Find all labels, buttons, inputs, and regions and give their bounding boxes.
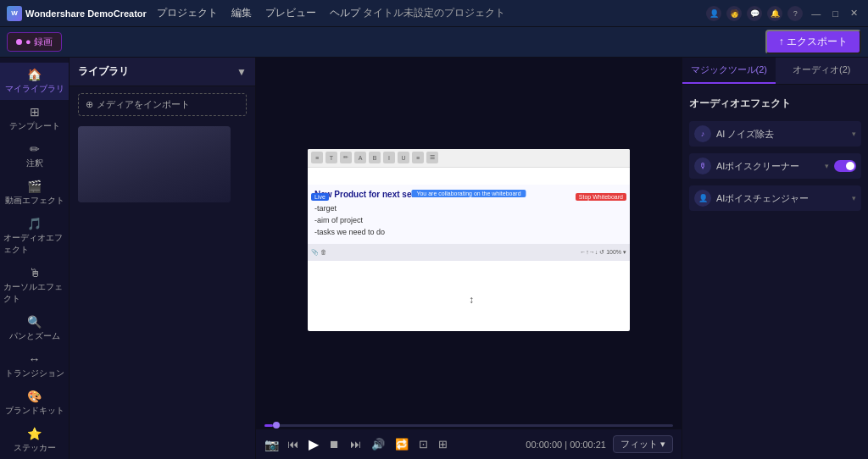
import-label: メディアをインポート <box>97 98 190 111</box>
menu-bar: プロジェクト 編集 プレビュー ヘルプ <box>157 6 360 20</box>
time-total: 00:00:21 <box>570 440 606 450</box>
sidebar-label-my-library: マイライブラリ <box>5 83 64 95</box>
filter-icon[interactable]: ▼ <box>236 66 247 78</box>
app-name: Wondershare DemoCreator <box>25 8 147 19</box>
loop-button[interactable]: 🔁 <box>393 436 410 452</box>
canvas-tb-icon-4: A <box>354 152 366 163</box>
window-title: タイトル未設定のプロジェクト <box>363 6 505 20</box>
snapshot-icon[interactable]: 📷 <box>264 438 279 451</box>
app-logo: W Wondershare DemoCreator <box>7 6 147 21</box>
menu-help[interactable]: ヘルプ <box>330 6 360 20</box>
effects-section-title: オーディオエフェクト <box>689 93 861 114</box>
right-tabs: マジックツール(2) オーディオ(2) <box>682 58 868 85</box>
library-title: ライブラリ <box>78 64 129 79</box>
cursor-indicator: ↕ <box>469 294 479 306</box>
sidebar-label-pan-zoom: パンとズーム <box>9 330 60 342</box>
import-media-button[interactable]: ⊕ メディアをインポート <box>78 93 247 116</box>
sidebar-item-cursor-effect[interactable]: 🖱 カーソルエフェクト <box>0 261 69 310</box>
canvas-bar-info: ←↑→↓ ↺ 100% ▾ <box>580 249 626 256</box>
skip-forward-button[interactable]: ⏭ <box>348 436 363 452</box>
preview-timeline-slider[interactable] <box>264 424 673 427</box>
sidebar-item-pan-zoom[interactable]: 🔍 パンとズーム <box>0 310 69 347</box>
live-tag: Live <box>311 193 329 201</box>
media-thumbnail <box>78 126 231 202</box>
preview-canvas: ≡ T ✏ A B I U ≡ ☰ You are collaborating … <box>308 149 630 331</box>
sidebar-label-template: テンプレート <box>9 120 60 132</box>
logo-icon: W <box>7 6 22 21</box>
tab-magic-tools[interactable]: マジックツール(2) <box>682 58 776 84</box>
rec-dot <box>16 39 22 45</box>
ai-voice-cleaner-row[interactable]: 🎙 AIボイスクリーナー ▾ <box>689 153 861 179</box>
annotation-icon: ✏ <box>30 142 40 156</box>
canvas-tb-icon-7: U <box>398 152 409 163</box>
minimize-button[interactable]: — <box>808 8 824 19</box>
chat-icon[interactable]: 💬 <box>747 6 762 21</box>
export-label: ↑ エクスポート <box>779 35 848 49</box>
user-icon[interactable]: 👤 <box>706 6 721 21</box>
sidebar-label-video-effect: 動画エフェクト <box>5 195 64 207</box>
pan-zoom-icon: 🔍 <box>27 315 42 329</box>
video-effect-icon: 🎬 <box>27 180 42 193</box>
ai-noise-remove-row[interactable]: ♪ AI ノイズ除去 ▾ <box>689 121 861 147</box>
canvas-tb-icon-1: ≡ <box>311 152 323 163</box>
help-icon[interactable]: ? <box>787 6 803 21</box>
ai-voice-cleaner-label: AIボイスクリーナー <box>716 160 820 173</box>
close-button[interactable]: ✕ <box>847 8 861 19</box>
canvas-bar-icon-1: 📎 <box>311 249 319 256</box>
sidebar-label-annotation: 注釈 <box>26 158 43 169</box>
timeline-thumb <box>273 422 280 429</box>
stop-button[interactable]: ⏹ <box>327 436 342 452</box>
canvas-bottom-bar: 📎 🗑 ←↑→↓ ↺ 100% ▾ <box>308 244 630 261</box>
menu-edit[interactable]: 編集 <box>231 6 252 20</box>
avatar-icon[interactable]: 🧑 <box>726 6 742 21</box>
ai-noise-remove-label: AI ノイズ除去 <box>716 128 847 141</box>
library-header: ライブラリ ▼ <box>70 58 255 86</box>
left-sidebar: 🏠 マイライブラリ ⊞ テンプレート ✏ 注釈 🎬 動画エフェクト 🎵 オーディ… <box>0 58 70 459</box>
ai-voice-changer-label: AIボイスチェンジャー <box>716 192 847 205</box>
preview-controls: 📷 ⏮ ▶ ⏹ ⏭ 🔊 🔁 ⊡ ⊞ 00:00:00 | 00:00:21 フィ… <box>256 429 682 459</box>
time-current: 00:00:00 <box>526 440 562 450</box>
play-button[interactable]: ▶ <box>307 434 320 454</box>
ai-voice-cleaner-icon: 🎙 <box>694 158 711 174</box>
ai-noise-remove-icon: ♪ <box>694 125 711 142</box>
right-panel-content: オーディオエフェクト ♪ AI ノイズ除去 ▾ 🎙 AIボイスクリーナー ▾ 👤… <box>682 85 868 219</box>
tab-audio[interactable]: オーディオ(2) <box>776 58 869 84</box>
sidebar-label-cursor-effect: カーソルエフェクト <box>3 281 65 305</box>
sidebar-item-my-library[interactable]: 🏠 マイライブラリ <box>0 63 69 100</box>
import-icon: ⊕ <box>86 99 93 110</box>
brand-kit-icon: 🎨 <box>27 390 42 403</box>
canvas-list-item-1: -target <box>314 202 623 214</box>
fit-chevron-icon: ▾ <box>660 439 665 450</box>
volume-button[interactable]: 🔊 <box>370 436 387 452</box>
canvas-list-item-3: -tasks we need to do <box>314 226 623 238</box>
sidebar-item-brand-kit[interactable]: 🎨 ブランドキット <box>0 384 69 422</box>
ai-voice-cleaner-toggle[interactable] <box>834 160 856 172</box>
preview-scrubber-row <box>256 422 682 429</box>
crop-button[interactable]: ⊡ <box>417 436 430 452</box>
record-label: ● 録画 <box>25 36 53 48</box>
fullscreen-button[interactable]: ⊞ <box>437 436 449 452</box>
sidebar-item-sticker[interactable]: ⭐ ステッカー <box>0 422 69 459</box>
canvas-tb-icon-2: T <box>326 152 337 163</box>
ai-voice-changer-row[interactable]: 👤 AIボイスチェンジャー ▾ <box>689 185 861 211</box>
tab-magic-tools-label: マジックツール(2) <box>691 64 767 75</box>
top-bar-left: W Wondershare DemoCreator プロジェクト 編集 プレビュ… <box>7 6 360 21</box>
ai-voice-changer-icon: 👤 <box>694 190 711 207</box>
sidebar-item-video-effect[interactable]: 🎬 動画エフェクト <box>0 174 69 212</box>
sidebar-item-audio-effect[interactable]: 🎵 オーディオエフェクト <box>0 212 69 261</box>
menu-project[interactable]: プロジェクト <box>157 6 218 20</box>
maximize-button[interactable]: □ <box>829 8 842 19</box>
skip-back-button[interactable]: ⏮ <box>286 436 300 452</box>
canvas-tb-icon-8: ≡ <box>412 152 424 163</box>
export-button[interactable]: ↑ エクスポート <box>765 30 861 54</box>
menu-preview[interactable]: プレビュー <box>265 6 316 20</box>
top-bar: W Wondershare DemoCreator プロジェクト 編集 プレビュ… <box>0 0 868 27</box>
collab-tag: Stop Whiteboard <box>576 193 626 201</box>
record-button[interactable]: ● 録画 <box>7 32 62 52</box>
sidebar-item-template[interactable]: ⊞ テンプレート <box>0 100 69 137</box>
sidebar-item-annotation[interactable]: ✏ 注釈 <box>0 137 69 174</box>
sidebar-item-transition[interactable]: ↔ トランジション <box>0 347 69 384</box>
fit-button[interactable]: フィット ▾ <box>613 435 673 453</box>
notification-icon[interactable]: 🔔 <box>767 6 782 21</box>
tab-audio-label: オーディオ(2) <box>793 64 850 75</box>
